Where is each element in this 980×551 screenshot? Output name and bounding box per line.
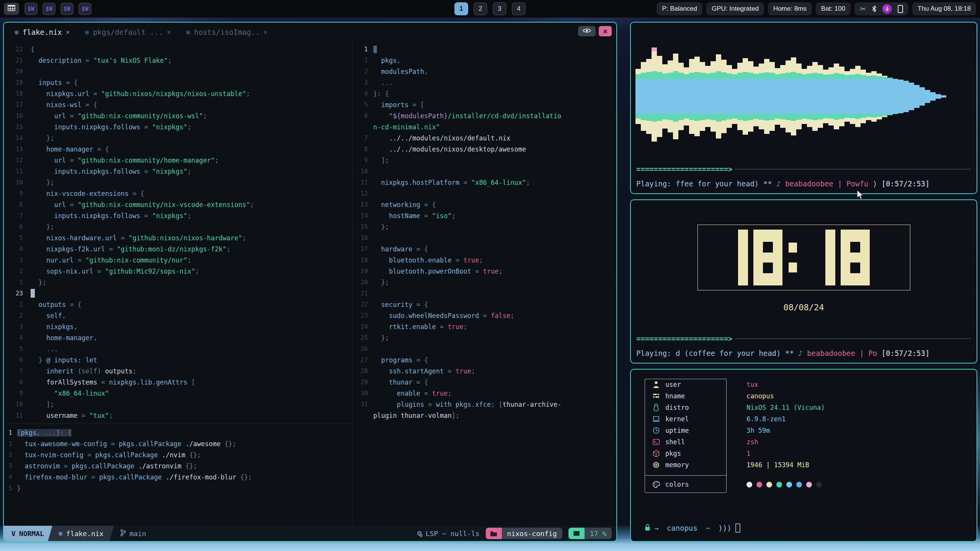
fetch-value: 1 <box>727 450 750 457</box>
code-line: 9 ]; <box>353 155 616 166</box>
fetch-row-kernel: kernel6.9.8-zen1 <box>645 413 970 425</box>
code-line: 7 ../../modules/nixos/default.nix <box>353 132 616 143</box>
screen-tab-2[interactable]: 2 <box>474 2 487 15</box>
code-line: 10 ]; <box>4 399 352 410</box>
code-line: 17 hardware = { <box>353 243 616 254</box>
bluetooth-icon[interactable] <box>872 5 877 12</box>
pane-flake-nix[interactable]: 22{21 description = "tux's NixOS Flake";… <box>4 42 352 525</box>
gear-icon: ⚙⚙ <box>417 528 423 538</box>
scroll-percent-segment: 17 % <box>568 528 612 539</box>
fetch-row-memory: memory1946 | 15394 MiB <box>645 459 970 471</box>
project-label: nixos-config <box>502 528 562 539</box>
fetch-value: zsh <box>727 438 758 446</box>
code-line: 6 "${modulesPath}/installer/cd-dvd/insta… <box>353 110 616 121</box>
code-line: 2 modulesPath, <box>353 66 616 77</box>
music-bubble-icon[interactable] <box>882 4 892 14</box>
branch-icon <box>120 529 126 538</box>
code-line: 1{ <box>353 44 616 55</box>
code-line: 2 tux-nvim-config = pkgs.callPackage ./n… <box>4 449 352 460</box>
progress-text: =====================> <box>636 165 733 173</box>
pane-iso-image[interactable]: 1{1 pkgs,2 modulesPath,3 ...4}: {5 impor… <box>353 42 616 525</box>
code-line: 23 <box>4 288 352 299</box>
code-line: 26 <box>353 343 616 354</box>
code-line: 31 plugins = with pkgs.xfce; [thunar-arc… <box>353 399 616 410</box>
launcher-button[interactable] <box>4 3 19 15</box>
eye-toggle-button[interactable] <box>578 26 596 36</box>
code-line: 3 nur.url = "github:nix-community/nur"; <box>4 254 352 266</box>
palette-icon <box>652 481 661 488</box>
workspace-tag-3[interactable]: $W <box>60 3 74 15</box>
progress-text: =====================> <box>636 334 733 343</box>
git-branch-segment: main <box>120 529 146 538</box>
code-line: 1 outputs = { <box>4 299 352 310</box>
clock-icon <box>652 427 661 434</box>
code-line: 22 security = { <box>353 299 616 310</box>
close-icon[interactable]: × <box>264 28 268 36</box>
terminal-window[interactable]: usertuxhnamecanopusdistroNixOS 24.11 (Vi… <box>630 369 977 542</box>
fetch-value: 6.9.8-zen1 <box>727 415 786 423</box>
editor-tab-pkgs-default-[interactable]: ❄pkgs/default ...× <box>85 28 171 36</box>
code-line: 12 url = "github:nix-community/home-mana… <box>4 155 352 166</box>
phone-icon[interactable] <box>898 5 903 13</box>
fetch-row-user: usertux <box>645 379 970 390</box>
shell-prompt[interactable]: → canopus ~ ))) <box>645 523 740 533</box>
fetch-separator <box>645 475 727 476</box>
editor-tabbar: ❄flake.nix×❄pkgs/default ...×❄hosts/isoI… <box>4 23 616 42</box>
nix-icon: ❄ <box>186 28 190 36</box>
lines-icon <box>568 528 585 539</box>
clock-chip[interactable]: Thu Aug 08, 18:18 <box>912 2 976 15</box>
vim-mode-icon: V <box>11 530 16 538</box>
person-icon <box>652 381 661 388</box>
clock-label: Thu Aug 08, 18:18 <box>918 5 971 13</box>
audio-visualizer <box>635 26 972 162</box>
terminal-palette <box>727 482 822 487</box>
code-line: 20 <box>4 66 352 77</box>
code-line: 9 nix-vscode-extensions = { <box>4 188 352 199</box>
code-line: 28 ssh.startAgent = true; <box>353 365 616 377</box>
code-line: 22{ <box>4 44 352 55</box>
code-line: 5 nixos-hardware.url = "github:nixos/nix… <box>4 232 352 243</box>
close-icon[interactable]: × <box>66 28 70 36</box>
player1-progress: =====================> <box>636 165 971 173</box>
fetch-row-colors: colors <box>645 476 970 493</box>
editor-tab-flake-nix[interactable]: ❄flake.nix× <box>15 28 70 36</box>
workspace-tag-4[interactable]: $W <box>78 3 91 15</box>
code-line: 3 astronvim = pkgs.callPackage ./astronv… <box>4 460 352 471</box>
prompt-segment: ~ <box>706 524 714 532</box>
code-line: 25 }; <box>353 332 616 343</box>
visualizer-window: =====================> Playing: ffee for… <box>630 22 977 194</box>
editor-tab-hosts-isoImag-[interactable]: ❄hosts/isoImag..× <box>186 28 268 36</box>
code-line: 4}: { <box>353 88 616 99</box>
code-line: 2 self, <box>4 310 352 321</box>
nix-icon: ❄ <box>15 28 19 36</box>
close-icon[interactable]: × <box>167 28 171 36</box>
workspace-tag-2[interactable]: $W <box>42 3 56 15</box>
screen-tab-4[interactable]: 4 <box>512 2 526 15</box>
fetch-row-pkgs: pkgs1 <box>645 448 970 459</box>
workspace-tag-1[interactable]: $W <box>24 3 38 15</box>
code-line: 11 nixpkgs.hostPlatform = "x86_64-linux"… <box>353 177 616 188</box>
code-line: 15 }; <box>353 221 616 232</box>
code-line: 14 hostName = "iso"; <box>353 210 616 221</box>
screen-tab-3[interactable]: 3 <box>493 2 506 15</box>
scissors-icon[interactable]: ✂ <box>860 5 866 13</box>
fetch-value: canopus <box>727 392 774 400</box>
fetch-label: user <box>665 381 727 388</box>
code-line: 21 description = "tux's NixOS Flake"; <box>4 55 352 66</box>
code-line: plugin thunar-volman]; <box>353 410 616 421</box>
code-line: 17 nixos-wsl = { <box>4 99 352 110</box>
system-fetch: usertuxhnamecanopusdistroNixOS 24.11 (Vi… <box>645 379 970 493</box>
penguin-icon <box>652 404 661 411</box>
code-line: 6 }; <box>4 221 352 232</box>
code-line: 1 tux-awesome-wm-config = pkgs.callPacka… <box>4 438 352 449</box>
screen-tab-1[interactable]: 1 <box>454 2 468 15</box>
statusline: V NORMAL ❄ flake.nix main ⚙⚙ LSP ~ null-… <box>4 526 616 541</box>
code-line: 11 inputs.nixpkgs.follows = "nixpkgs"; <box>4 166 352 177</box>
code-line: 13 networking = { <box>353 199 616 210</box>
close-window-button[interactable]: × <box>599 26 612 36</box>
fetch-row-shell: shellzsh <box>645 436 970 448</box>
code-line: 10 }; <box>4 177 352 188</box>
chip-icon <box>652 461 661 468</box>
player2-now-playing: Playing: d (coffee for your head) ** ♪ b… <box>636 349 929 357</box>
pane-pkgs-default[interactable]: 1{pkgs, ...}: {1 tux-awesome-wm-config =… <box>4 425 352 525</box>
